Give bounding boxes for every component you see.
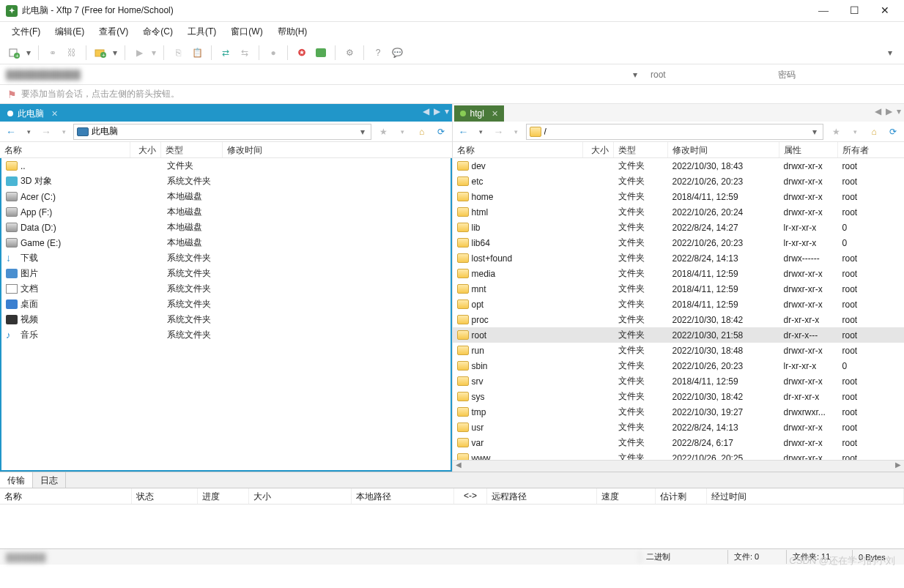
tab-close-icon[interactable]: ✕ — [51, 109, 58, 119]
list-item[interactable]: www文件夹2022/10/26, 20:25drwxr-xr-xroot — [453, 450, 905, 460]
new-folder-icon[interactable]: + — [92, 45, 108, 61]
tab-prev-icon[interactable]: ◀ — [423, 106, 429, 116]
tcol-size[interactable]: 大小 — [249, 488, 352, 504]
back-dd-icon[interactable]: ▾ — [473, 124, 489, 140]
tab-list-icon[interactable]: ▾ — [445, 106, 449, 116]
bookmark-icon[interactable]: ★ — [376, 124, 392, 140]
list-item[interactable]: Acer (C:)本地磁盘 — [1, 189, 451, 204]
tab-prev-icon[interactable]: ◀ — [875, 106, 881, 116]
list-item[interactable]: root文件夹2022/10/30, 21:58dr-xr-x---root — [453, 327, 905, 343]
local-tab[interactable]: 此电脑 ✕ — [1, 105, 64, 122]
host-dropdown-icon[interactable]: ▾ — [633, 70, 643, 80]
chat-icon[interactable]: 💬 — [389, 45, 405, 61]
local-path-box[interactable]: ▾ — [73, 124, 371, 140]
dropdown2-icon[interactable]: ▾ — [111, 45, 119, 61]
list-item[interactable]: ↓下载系统文件夹 — [1, 250, 451, 266]
maximize-button[interactable]: ☐ — [845, 2, 863, 20]
list-item[interactable]: proc文件夹2022/10/30, 18:42dr-xr-xr-xroot — [453, 312, 905, 327]
col-name[interactable]: 名称 — [0, 142, 130, 157]
tab-log[interactable]: 日志 — [33, 472, 66, 488]
local-path-input[interactable] — [92, 127, 355, 137]
minimize-button[interactable]: — — [815, 2, 832, 20]
list-item[interactable]: home文件夹2018/4/11, 12:59drwxr-xr-xroot — [453, 189, 905, 204]
tcol-dir[interactable]: <-> — [454, 488, 487, 504]
play-icon[interactable]: ▶ — [131, 45, 147, 61]
transfer-list[interactable] — [0, 505, 904, 548]
remote-path-input[interactable] — [544, 127, 807, 137]
menu-file[interactable]: 文件(F) — [6, 24, 46, 40]
list-item[interactable]: usr文件夹2022/8/24, 14:13drwxr-xr-xroot — [453, 420, 905, 435]
sync-left-icon[interactable]: ⇄ — [218, 45, 234, 61]
list-item[interactable]: sbin文件夹2022/10/26, 20:23lr-xr-xr-x0 — [453, 358, 905, 373]
list-item[interactable]: Data (D:)本地磁盘 — [1, 220, 451, 235]
col-mtime[interactable]: 修改时间 — [223, 142, 452, 157]
list-item[interactable]: App (F:)本地磁盘 — [1, 204, 451, 220]
dropdown3-icon[interactable]: ▾ — [150, 45, 158, 61]
menu-edit[interactable]: 编辑(E) — [49, 24, 90, 40]
list-item[interactable]: srv文件夹2018/4/11, 12:59drwxr-xr-xroot — [453, 373, 905, 389]
remote-file-list[interactable]: dev文件夹2022/10/30, 18:43drwxr-xr-xrootetc… — [453, 158, 905, 460]
col-type[interactable]: 类型 — [161, 142, 223, 157]
horizontal-scrollbar[interactable]: ◀▶ — [453, 460, 905, 472]
col-size[interactable]: 大小 — [130, 142, 161, 157]
list-item[interactable]: etc文件夹2022/10/26, 20:23drwxr-xr-xroot — [453, 174, 905, 189]
refresh-icon[interactable]: ⟳ — [885, 124, 901, 140]
bookmark-dd-icon[interactable]: ▾ — [847, 124, 863, 140]
paste-icon[interactable]: 📋 — [189, 45, 205, 61]
refresh-icon[interactable]: ⟳ — [433, 124, 449, 140]
list-item[interactable]: media文件夹2018/4/11, 12:59drwxr-xr-xroot — [453, 266, 905, 281]
local-file-list[interactable]: ..文件夹3D 对象系统文件夹Acer (C:)本地磁盘App (F:)本地磁盘… — [0, 158, 452, 472]
list-item[interactable]: dev文件夹2022/10/30, 18:43drwxr-xr-xroot — [453, 158, 905, 174]
menu-view[interactable]: 查看(V) — [93, 24, 134, 40]
col-attr[interactable]: 属性 — [779, 142, 838, 157]
col-size[interactable]: 大小 — [583, 142, 614, 157]
back-icon[interactable]: ← — [456, 124, 472, 140]
list-item[interactable]: 文档系统文件夹 — [1, 281, 451, 297]
list-item[interactable]: 图片系统文件夹 — [1, 266, 451, 281]
sync-right-icon[interactable]: ⇆ — [237, 45, 253, 61]
terminal-icon[interactable] — [313, 45, 329, 61]
tab-next-icon[interactable]: ▶ — [434, 106, 440, 116]
tab-list-icon[interactable]: ▾ — [897, 106, 901, 116]
fwd-dd-icon[interactable]: ▾ — [508, 124, 525, 140]
remote-tab[interactable]: htgl ✕ — [454, 105, 504, 122]
tcol-speed[interactable]: 速度 — [597, 488, 656, 504]
list-item[interactable]: sys文件夹2022/10/30, 18:42dr-xr-xr-xroot — [453, 389, 905, 404]
settings-icon[interactable]: ⚙ — [341, 45, 357, 61]
tcol-elapsed[interactable]: 经过时间 — [707, 488, 904, 504]
bookmark-dd-icon[interactable]: ▾ — [395, 124, 411, 140]
list-item[interactable]: var文件夹2022/8/24, 6:17drwxr-xr-xroot — [453, 435, 905, 450]
list-item[interactable]: opt文件夹2018/4/11, 12:59drwxr-xr-xroot — [453, 297, 905, 312]
tcol-progress[interactable]: 进度 — [198, 488, 249, 504]
password-input[interactable] — [774, 68, 898, 81]
disconnect-icon[interactable]: ⛓ — [64, 45, 80, 61]
menu-command[interactable]: 命令(C) — [137, 24, 179, 40]
menu-help[interactable]: 帮助(H) — [272, 24, 314, 40]
tab-transfer[interactable]: 传输 — [0, 472, 33, 488]
col-type[interactable]: 类型 — [614, 142, 668, 157]
list-item[interactable]: Game (E:)本地磁盘 — [1, 235, 451, 250]
col-mtime[interactable]: 修改时间 — [668, 142, 779, 157]
list-item[interactable]: tmp文件夹2022/10/30, 19:27drwxrwxr...root — [453, 404, 905, 420]
stop-icon[interactable]: ● — [265, 45, 281, 61]
bookmark-icon[interactable]: ★ — [828, 124, 844, 140]
list-item[interactable]: ♪音乐系统文件夹 — [1, 327, 451, 343]
back-icon[interactable]: ← — [3, 124, 19, 140]
list-item[interactable]: ..文件夹 — [1, 158, 451, 174]
list-item[interactable]: lib64文件夹2022/10/26, 20:23lr-xr-xr-x0 — [453, 235, 905, 250]
tab-next-icon[interactable]: ▶ — [886, 106, 892, 116]
list-item[interactable]: html文件夹2022/10/26, 20:24drwxr-xr-xroot — [453, 204, 905, 220]
tab-close-icon[interactable]: ✕ — [492, 109, 498, 119]
path-dd-icon[interactable]: ▾ — [357, 127, 368, 137]
tcol-remote[interactable]: 远程路径 — [487, 488, 597, 504]
list-item[interactable]: 桌面系统文件夹 — [1, 297, 451, 312]
new-session-icon[interactable]: + — [6, 45, 22, 61]
tcol-eta[interactable]: 估计剩余... — [656, 488, 707, 504]
tcol-status[interactable]: 状态 — [132, 488, 198, 504]
forward-icon[interactable]: → — [491, 124, 507, 140]
toolbar-menu-icon[interactable]: ▾ — [882, 45, 898, 61]
home-icon[interactable]: ⌂ — [414, 124, 430, 140]
back-dd-icon[interactable]: ▾ — [21, 124, 37, 140]
dropdown-icon[interactable]: ▾ — [25, 45, 32, 61]
list-item[interactable]: 视频系统文件夹 — [1, 312, 451, 327]
